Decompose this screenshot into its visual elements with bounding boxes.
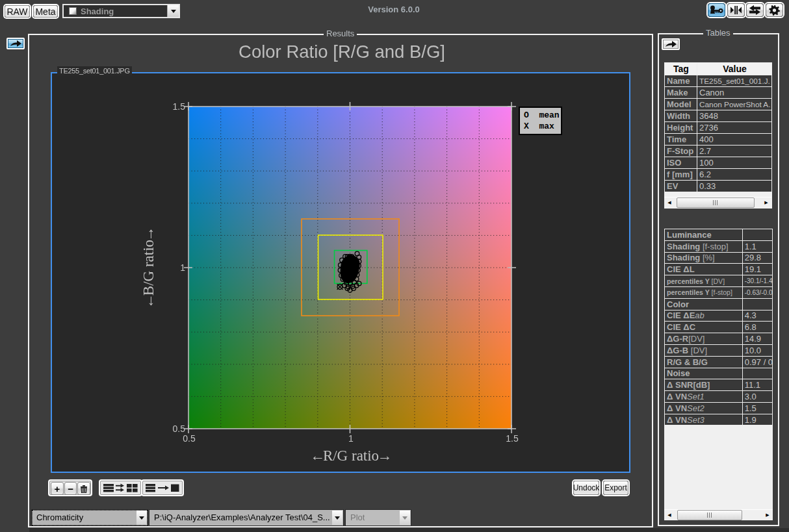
svg-text:←B/G ratio→: ←B/G ratio→ [140, 227, 157, 309]
svg-text:1.5: 1.5 [173, 101, 186, 112]
svg-text:1: 1 [180, 262, 185, 273]
svg-text:←R/G ratio→: ←R/G ratio→ [310, 448, 392, 464]
svg-text:1.5: 1.5 [506, 433, 519, 444]
svg-text:0.5: 0.5 [173, 424, 186, 434]
svg-text:0.5: 0.5 [183, 433, 196, 444]
svg-text:1: 1 [348, 433, 354, 444]
